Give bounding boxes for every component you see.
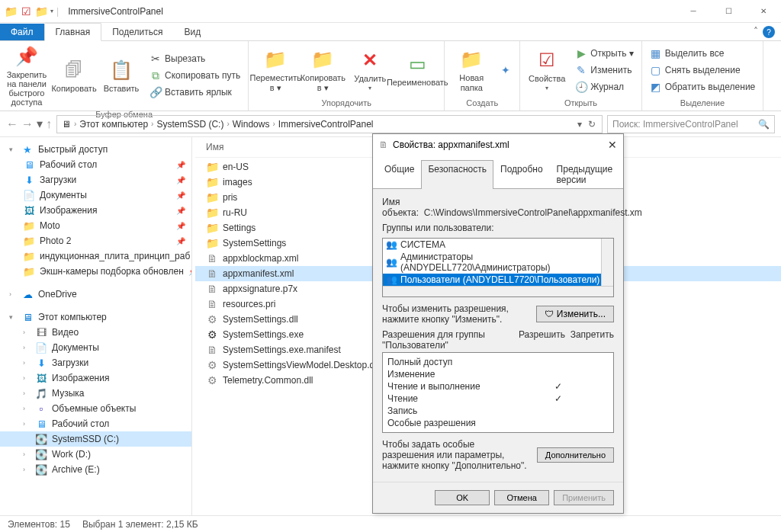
sidebar-item[interactable]: 📁Photo 2📌: [0, 233, 191, 248]
advanced-button[interactable]: Дополнительно: [537, 447, 614, 463]
dialog-tabs: Общие Безопасность Подробно Предыдущие в…: [373, 155, 623, 189]
sidebar-item[interactable]: 💽SystemSSD (C:): [0, 431, 191, 447]
addr-dropdown-icon[interactable]: ▾: [574, 119, 585, 130]
breadcrumb[interactable]: Этот компьютер: [78, 119, 149, 130]
sidebar-item[interactable]: ›📄Документы: [0, 340, 191, 355]
back-button[interactable]: ←: [6, 117, 18, 131]
search-input[interactable]: Поиск: ImmersiveControlPanel 🔍: [607, 115, 775, 133]
shield-icon: 🛡: [545, 309, 554, 319]
rename-button[interactable]: ▭Переименовать: [395, 50, 439, 88]
newfolder-icon[interactable]: 📁: [35, 5, 47, 18]
dialog-close-button[interactable]: ✕: [608, 139, 617, 151]
user-item: 👥Пользователи (ANDYDELL7720\Пользователи…: [383, 274, 613, 286]
ribbon-tabs: Файл Главная Поделиться Вид ˄ ?: [0, 23, 781, 41]
help-icon[interactable]: ?: [763, 26, 775, 38]
tab-details[interactable]: Подробно: [493, 160, 550, 188]
status-count: Элементов: 15: [8, 519, 70, 530]
copy-button[interactable]: 🗐Копировать: [52, 56, 96, 95]
sidebar-item[interactable]: ›⬇Загрузки: [0, 355, 191, 370]
search-icon: 🔍: [758, 119, 770, 130]
advanced-hint: Чтобы задать особые разрешения или парам…: [382, 439, 527, 471]
delete-button[interactable]: ✕Удалить▾: [348, 46, 392, 93]
properties-button[interactable]: ☑Свойства▾: [525, 46, 569, 93]
minimize-button[interactable]: ─: [676, 0, 711, 23]
pasteshortcut-button[interactable]: 🔗Вставить ярлык: [146, 85, 243, 100]
sidebar-item[interactable]: ›🎵Музыка: [0, 386, 191, 401]
horizontal-scrollbar[interactable]: [383, 286, 613, 296]
tab-share[interactable]: Поделиться: [101, 24, 173, 40]
selectall-button[interactable]: ▦Выделить все: [647, 46, 759, 61]
moveto-button[interactable]: 📁Переместить в ▾: [253, 46, 297, 93]
breadcrumb[interactable]: Windows: [231, 119, 272, 130]
sidebar-item[interactable]: ›🖼Изображения: [0, 370, 191, 386]
edit-button[interactable]: ✎Изменить: [572, 62, 636, 78]
forward-button[interactable]: →: [21, 117, 34, 131]
selectnone-button[interactable]: ▢Снять выделение: [647, 62, 759, 78]
pin-button[interactable]: 📌Закрепить на панели быстрого доступа: [5, 43, 49, 108]
sidebar-item[interactable]: ›💽Archive (E:): [0, 462, 191, 477]
sidebar-item[interactable]: ›💽Work (D:): [0, 447, 191, 462]
ribbon-expand-icon[interactable]: ˄: [754, 26, 758, 37]
cancel-button[interactable]: Отмена: [494, 490, 549, 505]
maximize-button[interactable]: ☐: [711, 0, 746, 23]
copyto-button[interactable]: 📁Копировать в ▾: [301, 46, 345, 93]
invert-button[interactable]: ◩Обратить выделение: [647, 79, 759, 95]
cut-button[interactable]: ✂Вырезать: [146, 51, 243, 66]
copypath-button[interactable]: ⧉Скопировать путь: [146, 68, 243, 83]
properties-icon[interactable]: ☑: [20, 5, 32, 18]
sidebar-item[interactable]: 📁индукционная_плита_принцип_раб📌: [0, 248, 191, 264]
sidebar-item[interactable]: 📁Экшн-камеры подборка обновлен📌: [0, 264, 191, 279]
vertical-scrollbar[interactable]: [601, 239, 613, 286]
file-icon: 🗎: [379, 139, 388, 150]
address-bar[interactable]: 🖥› Этот компьютер› SystemSSD (C:)› Windo…: [56, 115, 603, 133]
breadcrumb[interactable]: SystemSSD (C:): [155, 119, 225, 130]
sidebar-item[interactable]: 📁Moto📌: [0, 218, 191, 233]
onedrive-root[interactable]: ›☁OneDrive: [0, 287, 191, 302]
navigation-pane: ▾★Быстрый доступ 🖥Рабочий стол📌⬇Загрузки…: [0, 137, 192, 515]
tab-previous[interactable]: Предыдущие версии: [550, 160, 623, 188]
newitem-button[interactable]: ✦: [497, 62, 515, 78]
allow-header: Разрешить: [519, 329, 565, 340]
change-button[interactable]: 🛡Изменить...: [536, 306, 614, 322]
breadcrumb[interactable]: ImmersiveControlPanel: [277, 119, 375, 130]
sidebar-item[interactable]: ›▫Объемные объекты: [0, 401, 191, 416]
permission-row: Запись: [387, 405, 609, 417]
status-bar: Элементов: 15 Выбран 1 элемент: 2,15 КБ: [0, 515, 781, 532]
perm-for-label: Разрешения для группы "Пользователи": [382, 329, 504, 351]
newfolder-button[interactable]: 📁Новая папка: [449, 46, 493, 93]
apply-button[interactable]: Применить: [554, 490, 614, 505]
tab-file[interactable]: Файл: [0, 24, 44, 40]
refresh-icon[interactable]: ↻: [585, 119, 599, 130]
sidebar-item[interactable]: 📄Документы📌: [0, 187, 191, 203]
sidebar-item[interactable]: ›🎞Видео: [0, 325, 191, 340]
thispc-root[interactable]: ▾🖥Этот компьютер: [0, 309, 191, 325]
sidebar-item[interactable]: ›🖥Рабочий стол: [0, 416, 191, 431]
history-dropdown[interactable]: ▾: [37, 117, 43, 131]
sidebar-item[interactable]: 🖼Изображения📌: [0, 203, 191, 218]
close-button[interactable]: ✕: [746, 0, 781, 23]
user-item: 👥СИСТЕМА: [383, 239, 613, 251]
ok-button[interactable]: OK: [435, 490, 490, 505]
history-button[interactable]: 🕘Журнал: [572, 79, 636, 95]
dialog-titlebar[interactable]: 🗎 Свойства: appxmanifest.xml ✕: [373, 134, 623, 155]
permission-row: Чтение и выполнение✓: [387, 380, 609, 393]
tab-home[interactable]: Главная: [44, 23, 102, 41]
quick-access-root[interactable]: ▾★Быстрый доступ: [0, 142, 191, 157]
folder-icon: 📁: [5, 5, 17, 18]
sidebar-item[interactable]: 🖥Рабочий стол📌: [0, 157, 191, 172]
tab-view[interactable]: Вид: [173, 24, 211, 40]
quick-access-toolbar: 📁 ☑ 📁 ▾ |: [0, 5, 63, 18]
status-selection: Выбран 1 элемент: 2,15 КБ: [82, 519, 198, 530]
up-button[interactable]: ↑: [46, 117, 52, 131]
permission-row: Чтение✓: [387, 393, 609, 405]
pc-icon[interactable]: 🖥: [60, 119, 72, 130]
tab-security[interactable]: Безопасность: [421, 160, 493, 189]
users-listbox[interactable]: 👥СИСТЕМА 👥Администраторы (ANDYDELL7720\А…: [382, 238, 614, 297]
sidebar-item[interactable]: ⬇Загрузки📌: [0, 172, 191, 187]
tab-general[interactable]: Общие: [378, 160, 421, 188]
permission-row: Изменение: [387, 368, 609, 380]
open-button[interactable]: ▶Открыть ▾: [572, 46, 636, 61]
group-select-label: Выделение: [647, 97, 759, 109]
qat-dropdown-icon[interactable]: ▾: [50, 8, 53, 14]
paste-button[interactable]: 📋Вставить: [99, 56, 143, 95]
